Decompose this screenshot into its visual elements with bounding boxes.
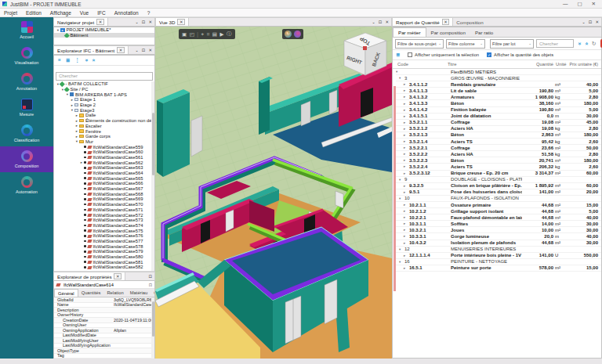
ifc-tree-item[interactable]: IfcWallStandardCase568 [54,191,154,196]
report-row[interactable]: ▸10.4.3.2Isolation plenum de plafonds44,… [396,240,601,247]
option-afficher-uniquement-la-s-lection[interactable]: Afficher uniquement la sélection [408,52,479,57]
chevron-closed-icon[interactable]: ▸ [404,203,408,207]
sidebar-item-visualisation[interactable]: Visualisation [0,43,53,69]
dock-float-icon[interactable]: ⊡ [589,20,593,24]
report-row[interactable]: ▾10FAUX-PLAFONDS - ISOLATION [396,196,601,202]
ifc-tree-item[interactable]: IfcWallStandardCase576 [54,233,154,239]
chevron-closed-icon[interactable]: ▸ [404,190,408,194]
menu-item-affichage[interactable]: Affichage [50,10,71,16]
project-tree-item[interactable]: Bâtiment [54,33,154,38]
chevron-closed-icon[interactable]: ▸ [404,88,408,92]
ifc-tree-item[interactable]: ▸Garde corps [54,134,154,139]
filter-lot-select[interactable]: Filtre par lot⌄ [490,39,534,49]
chevron-closed-icon[interactable]: ▸ [404,82,408,86]
menu-item-projet[interactable]: Projet [4,10,17,16]
report-row[interactable]: ▸3.5.2.3.12Brique creuse - Ep. 20 cm3 31… [396,171,601,177]
expand-all-icon[interactable]: « [89,59,97,62]
sidebar-item-automation[interactable]: Automation [0,172,53,198]
ifc-tree-item[interactable]: ▸Éléments de construction non définis [54,118,154,124]
chevron-closed-icon[interactable]: ▸ [404,121,408,124]
maximize-button[interactable]: ▢ [577,1,582,7]
report-row[interactable]: ▸10.2.1.1Ossature primaire44,68m²15,00 [396,202,601,208]
chevron-open-icon[interactable]: ▾ [399,196,403,200]
ifc-tree-item[interactable]: ▸IfcWallStandardCase562 [54,160,154,165]
chevron-closed-icon[interactable]: ▸ [404,254,408,258]
close-panel-icon[interactable]: ✕ [595,20,599,24]
prop-tab-relation[interactable]: Relation [103,289,126,297]
ifc-search-input[interactable] [56,72,153,81]
dock-menu-icon[interactable]: ⌄ [135,20,139,24]
sidebar-item-composition[interactable]: Composition [0,146,53,172]
report-row[interactable]: ▸12.1.1.1.4Porte intérieure bois pleine … [396,253,601,259]
chevron-closed-icon[interactable]: ▸ [404,158,408,162]
chevron-closed-icon[interactable]: ▸ [404,114,408,118]
sidebar-item-annotation[interactable]: Annotation [0,69,53,95]
sidebar-item-mesure[interactable]: Mesure [0,95,53,121]
walls-icon[interactable]: ◰ [190,31,194,38]
tab-explorateur-proprietes[interactable]: Explorateur de propriétés ✕ [54,272,125,280]
filter-column-select[interactable]: Filtre colonne⌄ [446,39,485,49]
chevron-closed-icon[interactable]: ▸ [404,152,408,156]
ifc-tree-item[interactable]: ▾Mur [54,139,154,145]
chevron-open-icon[interactable]: ▾ [399,247,403,251]
select-icon[interactable]: ⌖ [201,31,205,38]
sidebar-item-classification[interactable]: Classification [0,121,53,146]
report-row[interactable]: ▸9.5.1Pose des huisseries dans cloisons1… [396,189,601,196]
report-row[interactable]: ▸10.2.1.2Grillage support isolant44,68m²… [396,208,601,214]
report-row[interactable]: ▸3.4.1.4.2Finition balayée190,80m²5,00 [396,107,601,114]
menu-item-vue[interactable]: Vue [80,10,89,16]
report-row[interactable]: ▸3.5.2.1.1Coffrage19,08m²45,00 [396,120,601,126]
close-panel-icon[interactable]: ✕ [148,20,152,24]
report-row[interactable]: ▸3.4.1.3.2Armatures1 908,00kg2,80 [396,94,601,100]
ifc-tree-item[interactable]: IfcWallStandardCase580 [54,254,154,260]
report-row[interactable]: ▸3.4.1.5.1Joint de dilatation0,0m30,00 [396,114,601,120]
close-panel-icon[interactable]: ✕ [148,48,152,52]
report-row[interactable]: ▸10.3.3.1Gorge lumineuse20,0m40,00 [396,233,601,240]
navigation-cube[interactable]: TOP RIGHT BACK [343,31,388,86]
project-tree-item[interactable]: ▾▸PROJET IMMEUBLE* [54,27,154,33]
ifc-tree-item[interactable]: IfcWallStandardCase559 [54,144,154,150]
report-row[interactable]: ▸10.2.2.1Faux-plafond démontable en lain… [396,214,601,221]
chevron-open-icon[interactable]: ▾ [399,76,403,80]
report-row[interactable]: ▸9.3.2.5Cloison en brique plâtrière - Ep… [396,183,601,189]
ifc-tree-item[interactable]: ▾BIM ARKERA BAT 1-APS [54,92,154,97]
chevron-closed-icon[interactable]: ▸ [404,95,408,99]
menu-item-ifc[interactable]: IFC [97,10,105,16]
ifc-tree-item[interactable]: ▾Etage3 [54,107,154,113]
report-row[interactable]: ▸3.4.1.3.3Béton38,160m³180,00 [396,100,601,106]
report-row[interactable]: ▸3.4.1.1.3Lit de sable190,80m³5,00 [396,88,601,94]
chevron-closed-icon[interactable]: ▸ [404,102,408,106]
info-icon[interactable]: ⓘ [227,31,232,38]
chevron-closed-icon[interactable]: ▸ [404,266,408,270]
prop-tab-g-n-ral[interactable]: Général [54,289,78,297]
prop-tab-mat-riau[interactable]: Matériau [127,289,151,297]
orbit-icon[interactable]: ↻ [285,31,292,38]
ifc-tree-item[interactable]: IfcWallStandardCase560 [54,150,154,155]
menu-item-item[interactable]: ? [147,10,150,16]
pin-icon[interactable]: ⊡ [149,283,154,287]
report-row[interactable]: ▸10.3.2.1Joues10,00m²30,00 [396,227,601,233]
ifc-tree-item[interactable]: ▾- BATIM COLLECTIF [54,81,154,87]
ifc-tree-item[interactable]: IfcWallStandardCase577 [54,239,154,244]
report-row[interactable]: ▸3.5.2.2.2Aciers HA51,58kg2,80 [396,151,601,157]
ifc-tree-item[interactable]: ▸Etage 2 [54,103,154,108]
chevron-closed-icon[interactable]: ▸ [404,209,408,213]
close-tab-icon[interactable]: ✕ [442,19,450,25]
tab-composition[interactable]: Composition [453,18,486,26]
report-row[interactable]: ▸3.5.2.1.3Béton2,863m³180,00 [396,132,601,139]
report-row[interactable]: ▾3GROS ŒUVRE - MAÇONNERIE [396,75,601,81]
ifc-tree-item[interactable]: ▸Fenêtre [54,128,154,134]
ifc-tree-item[interactable]: IfcWallStandardCase574 [54,223,154,229]
subtab-par-m-tier[interactable]: Par métier [393,27,426,37]
chevron-closed-icon[interactable]: ▸ [404,184,408,188]
ifc-tree-item[interactable]: IfcWallStandardCase567 [54,186,154,192]
tree-view-icon[interactable]: ≣ [396,51,400,59]
chevron-closed-icon[interactable]: ▸ [404,234,408,238]
hierarchy-spatial-icon[interactable]: ≡ [58,56,61,64]
chevron-closed-icon[interactable]: ▸ [404,215,408,219]
ifc-tree-item[interactable]: ▸Etage 1 [54,97,154,103]
chevron-closed-icon[interactable]: ▸ [404,241,408,245]
camera-icon[interactable]: ▣ [182,31,187,38]
chevron-closed-icon[interactable]: ▸ [404,133,408,137]
close-tab-icon[interactable]: ✕ [117,47,125,53]
